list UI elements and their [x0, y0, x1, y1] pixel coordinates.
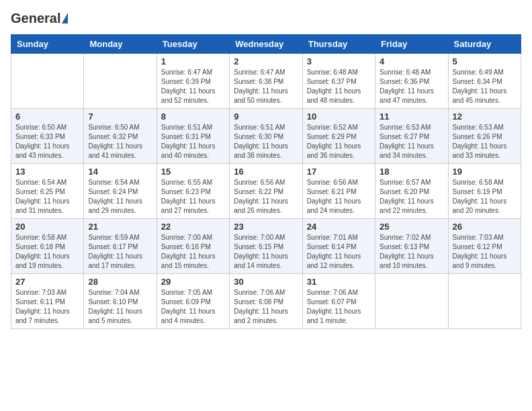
day-info: Sunrise: 6:50 AM Sunset: 6:33 PM Dayligh… [15, 123, 79, 161]
page-header: General [11, 11, 521, 26]
calendar-cell: 25Sunrise: 7:02 AM Sunset: 6:13 PM Dayli… [375, 219, 448, 274]
calendar-cell: 11Sunrise: 6:53 AM Sunset: 6:27 PM Dayli… [375, 109, 448, 164]
day-number: 10 [307, 111, 371, 122]
day-number: 16 [234, 167, 298, 177]
calendar-cell: 20Sunrise: 6:58 AM Sunset: 6:18 PM Dayli… [11, 219, 84, 274]
day-number: 1 [161, 56, 225, 66]
logo-general-text: General [11, 11, 60, 26]
day-info: Sunrise: 7:03 AM Sunset: 6:11 PM Dayligh… [15, 288, 79, 326]
day-info: Sunrise: 6:48 AM Sunset: 6:37 PM Dayligh… [307, 68, 371, 105]
calendar-cell: 5Sunrise: 6:49 AM Sunset: 6:34 PM Daylig… [448, 54, 521, 109]
day-info: Sunrise: 6:47 AM Sunset: 6:39 PM Dayligh… [161, 68, 225, 105]
calendar-cell: 17Sunrise: 6:56 AM Sunset: 6:21 PM Dayli… [302, 164, 375, 219]
day-number: 2 [234, 56, 298, 66]
calendar-cell [11, 54, 84, 109]
day-number: 3 [307, 56, 371, 66]
calendar-cell: 8Sunrise: 6:51 AM Sunset: 6:31 PM Daylig… [157, 109, 229, 164]
calendar-cell: 2Sunrise: 6:47 AM Sunset: 6:38 PM Daylig… [230, 54, 302, 109]
calendar-week-row: 1Sunrise: 6:47 AM Sunset: 6:39 PM Daylig… [11, 54, 521, 109]
day-number: 18 [380, 167, 443, 177]
day-number: 17 [307, 167, 371, 177]
day-number: 9 [234, 111, 298, 122]
day-number: 19 [453, 167, 517, 177]
day-number: 15 [161, 167, 225, 177]
calendar-cell: 24Sunrise: 7:01 AM Sunset: 6:14 PM Dayli… [302, 219, 375, 274]
col-sunday: Sunday [11, 35, 84, 54]
day-number: 28 [88, 277, 152, 287]
calendar-cell: 16Sunrise: 6:56 AM Sunset: 6:22 PM Dayli… [230, 164, 302, 219]
day-info: Sunrise: 7:04 AM Sunset: 6:10 PM Dayligh… [88, 288, 152, 326]
calendar-cell: 15Sunrise: 6:55 AM Sunset: 6:23 PM Dayli… [157, 164, 229, 219]
calendar-cell: 28Sunrise: 7:04 AM Sunset: 6:10 PM Dayli… [84, 274, 157, 329]
day-info: Sunrise: 6:54 AM Sunset: 6:25 PM Dayligh… [15, 178, 79, 216]
calendar-cell: 31Sunrise: 7:06 AM Sunset: 6:07 PM Dayli… [302, 274, 375, 329]
calendar-cell [448, 274, 521, 329]
calendar-cell: 18Sunrise: 6:57 AM Sunset: 6:20 PM Dayli… [375, 164, 448, 219]
day-info: Sunrise: 6:59 AM Sunset: 6:17 PM Dayligh… [88, 233, 152, 271]
calendar-cell: 30Sunrise: 7:06 AM Sunset: 6:08 PM Dayli… [230, 274, 302, 329]
calendar-cell: 19Sunrise: 6:58 AM Sunset: 6:19 PM Dayli… [448, 164, 521, 219]
day-number: 7 [88, 111, 152, 122]
calendar-week-row: 13Sunrise: 6:54 AM Sunset: 6:25 PM Dayli… [11, 164, 521, 219]
calendar-cell: 14Sunrise: 6:54 AM Sunset: 6:24 PM Dayli… [84, 164, 157, 219]
calendar-cell: 26Sunrise: 7:03 AM Sunset: 6:12 PM Dayli… [448, 219, 521, 274]
calendar-cell: 23Sunrise: 7:00 AM Sunset: 6:15 PM Dayli… [230, 219, 302, 274]
day-number: 22 [161, 222, 225, 232]
col-monday: Monday [84, 35, 157, 54]
day-number: 25 [380, 222, 443, 232]
day-number: 12 [453, 111, 517, 122]
day-number: 30 [234, 277, 298, 287]
day-info: Sunrise: 7:01 AM Sunset: 6:14 PM Dayligh… [307, 233, 371, 271]
calendar-cell: 22Sunrise: 7:00 AM Sunset: 6:16 PM Dayli… [157, 219, 229, 274]
calendar-cell: 4Sunrise: 6:48 AM Sunset: 6:36 PM Daylig… [375, 54, 448, 109]
day-info: Sunrise: 6:56 AM Sunset: 6:21 PM Dayligh… [307, 178, 371, 216]
calendar-cell: 27Sunrise: 7:03 AM Sunset: 6:11 PM Dayli… [11, 274, 84, 329]
calendar-cell: 10Sunrise: 6:52 AM Sunset: 6:29 PM Dayli… [302, 109, 375, 164]
logo: General [11, 11, 68, 26]
calendar-cell: 13Sunrise: 6:54 AM Sunset: 6:25 PM Dayli… [11, 164, 84, 219]
day-info: Sunrise: 6:49 AM Sunset: 6:34 PM Dayligh… [453, 68, 517, 105]
day-info: Sunrise: 7:06 AM Sunset: 6:08 PM Dayligh… [234, 288, 298, 326]
calendar-cell: 9Sunrise: 6:51 AM Sunset: 6:30 PM Daylig… [230, 109, 302, 164]
day-info: Sunrise: 6:47 AM Sunset: 6:38 PM Dayligh… [234, 68, 298, 105]
day-number: 21 [88, 222, 152, 232]
day-info: Sunrise: 6:51 AM Sunset: 6:30 PM Dayligh… [234, 123, 298, 161]
calendar-week-row: 20Sunrise: 6:58 AM Sunset: 6:18 PM Dayli… [11, 219, 521, 274]
day-number: 23 [234, 222, 298, 232]
calendar-cell: 7Sunrise: 6:50 AM Sunset: 6:32 PM Daylig… [84, 109, 157, 164]
day-info: Sunrise: 6:55 AM Sunset: 6:23 PM Dayligh… [161, 178, 225, 216]
day-info: Sunrise: 7:00 AM Sunset: 6:15 PM Dayligh… [234, 233, 298, 271]
day-number: 27 [15, 277, 79, 287]
day-info: Sunrise: 6:54 AM Sunset: 6:24 PM Dayligh… [88, 178, 152, 216]
day-number: 6 [15, 111, 79, 122]
col-thursday: Thursday [302, 35, 375, 54]
day-info: Sunrise: 6:48 AM Sunset: 6:36 PM Dayligh… [380, 68, 443, 105]
day-number: 13 [15, 167, 79, 177]
day-info: Sunrise: 6:56 AM Sunset: 6:22 PM Dayligh… [234, 178, 298, 216]
calendar-week-row: 27Sunrise: 7:03 AM Sunset: 6:11 PM Dayli… [11, 274, 521, 329]
day-info: Sunrise: 6:53 AM Sunset: 6:26 PM Dayligh… [453, 123, 517, 161]
day-info: Sunrise: 6:53 AM Sunset: 6:27 PM Dayligh… [380, 123, 443, 161]
day-number: 4 [380, 56, 443, 66]
logo-triangle-icon [62, 13, 68, 24]
day-number: 29 [161, 277, 225, 287]
day-info: Sunrise: 6:58 AM Sunset: 6:18 PM Dayligh… [15, 233, 79, 271]
day-info: Sunrise: 6:52 AM Sunset: 6:29 PM Dayligh… [307, 123, 371, 161]
calendar-cell: 29Sunrise: 7:05 AM Sunset: 6:09 PM Dayli… [157, 274, 229, 329]
day-info: Sunrise: 6:51 AM Sunset: 6:31 PM Dayligh… [161, 123, 225, 161]
day-number: 31 [307, 277, 371, 287]
calendar-week-row: 6Sunrise: 6:50 AM Sunset: 6:33 PM Daylig… [11, 109, 521, 164]
day-number: 5 [453, 56, 517, 66]
calendar-cell: 21Sunrise: 6:59 AM Sunset: 6:17 PM Dayli… [84, 219, 157, 274]
calendar-cell: 1Sunrise: 6:47 AM Sunset: 6:39 PM Daylig… [157, 54, 229, 109]
day-number: 14 [88, 167, 152, 177]
day-info: Sunrise: 6:50 AM Sunset: 6:32 PM Dayligh… [88, 123, 152, 161]
calendar-cell: 6Sunrise: 6:50 AM Sunset: 6:33 PM Daylig… [11, 109, 84, 164]
calendar-cell [375, 274, 448, 329]
calendar-cell: 12Sunrise: 6:53 AM Sunset: 6:26 PM Dayli… [448, 109, 521, 164]
day-info: Sunrise: 7:02 AM Sunset: 6:13 PM Dayligh… [380, 233, 443, 271]
day-number: 11 [380, 111, 443, 122]
day-info: Sunrise: 7:00 AM Sunset: 6:16 PM Dayligh… [161, 233, 225, 271]
calendar-table: Sunday Monday Tuesday Wednesday Thursday… [11, 34, 521, 329]
day-number: 26 [453, 222, 517, 232]
